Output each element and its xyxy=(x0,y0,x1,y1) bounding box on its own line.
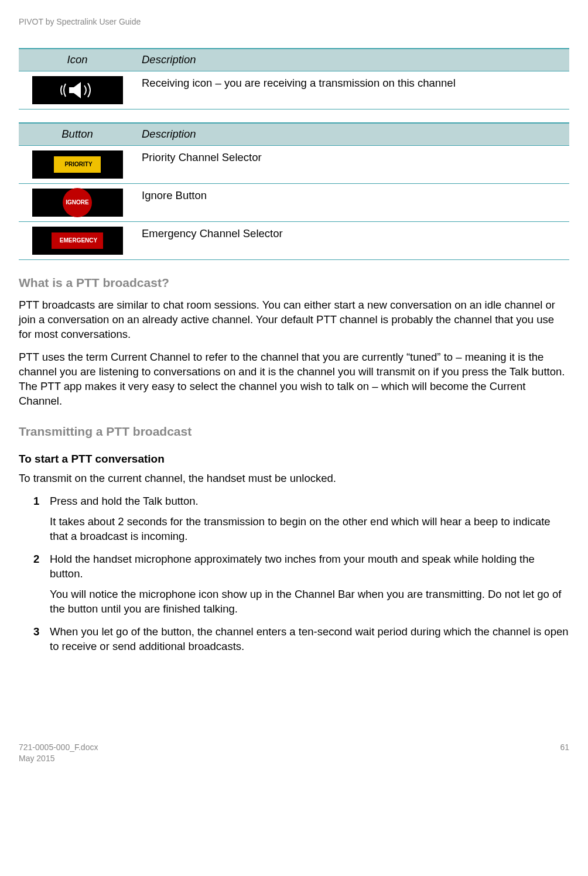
sub-heading: To start a PTT conversation xyxy=(19,451,569,467)
table-header-icon: Icon xyxy=(19,49,136,71)
table-header-button: Button xyxy=(19,123,136,145)
paragraph: PTT uses the term Current Channel to ref… xyxy=(19,350,569,409)
step-text: Press and hold the Talk button. xyxy=(50,495,199,507)
paragraph: To transmit on the current channel, the … xyxy=(19,471,569,486)
button-cell: PRIORITY xyxy=(19,145,136,183)
step-extra: It takes about 2 seconds for the transmi… xyxy=(50,515,569,544)
emergency-button-icon: EMERGENCY xyxy=(32,227,123,255)
button-desc: Ignore Button xyxy=(136,183,569,221)
step-text: Hold the handset microphone approximatel… xyxy=(50,553,535,580)
emergency-label: EMERGENCY xyxy=(52,232,103,249)
svg-marker-1 xyxy=(74,82,81,98)
paragraph: PTT broadcasts are similar to chat room … xyxy=(19,298,569,342)
icon-table: Icon Description Receiving icon – you ar xyxy=(19,48,569,110)
step-text: When you let go of the button, the chann… xyxy=(50,625,569,652)
button-table: Button Description PRIORITY Priority Cha… xyxy=(19,122,569,260)
step-number: 3 xyxy=(33,625,39,639)
footer-doc: 721-0005-000_F.docx xyxy=(19,742,98,753)
page-number: 61 xyxy=(560,742,569,764)
section-heading-ptt-broadcast: What is a PTT broadcast? xyxy=(19,275,569,291)
priority-button-icon: PRIORITY xyxy=(32,150,123,179)
icon-cell xyxy=(19,71,136,109)
document-header: PIVOT by Spectralink User Guide xyxy=(19,16,569,28)
list-item: 1 Press and hold the Talk button. It tak… xyxy=(33,494,569,544)
button-cell: EMERGENCY xyxy=(19,221,136,259)
list-item: 2 Hold the handset microphone approximat… xyxy=(33,552,569,617)
footer-date: May 2015 xyxy=(19,753,98,764)
table-row: Receiving icon – you are receiving a tra… xyxy=(19,71,569,109)
receiving-icon xyxy=(32,76,123,104)
table-row: EMERGENCY Emergency Channel Selector xyxy=(19,221,569,259)
table-header-desc: Description xyxy=(136,123,569,145)
icon-desc: Receiving icon – you are receiving a tra… xyxy=(136,71,569,109)
table-row: IGNORE Ignore Button xyxy=(19,183,569,221)
steps-list: 1 Press and hold the Talk button. It tak… xyxy=(19,494,569,654)
ignore-label: IGNORE xyxy=(63,188,92,217)
table-header-desc: Description xyxy=(136,49,569,71)
table-row: PRIORITY Priority Channel Selector xyxy=(19,145,569,183)
button-desc: Emergency Channel Selector xyxy=(136,221,569,259)
step-extra: You will notice the microphone icon show… xyxy=(50,587,569,617)
svg-rect-0 xyxy=(69,87,74,93)
footer: 721-0005-000_F.docx May 2015 61 xyxy=(19,742,569,764)
priority-label: PRIORITY xyxy=(54,156,100,173)
button-cell: IGNORE xyxy=(19,183,136,221)
button-desc: Priority Channel Selector xyxy=(136,145,569,183)
section-heading-transmitting: Transmitting a PTT broadcast xyxy=(19,423,569,440)
step-number: 1 xyxy=(33,494,39,509)
list-item: 3 When you let go of the button, the cha… xyxy=(33,625,569,654)
step-number: 2 xyxy=(33,552,39,567)
ignore-button-icon: IGNORE xyxy=(32,189,123,217)
